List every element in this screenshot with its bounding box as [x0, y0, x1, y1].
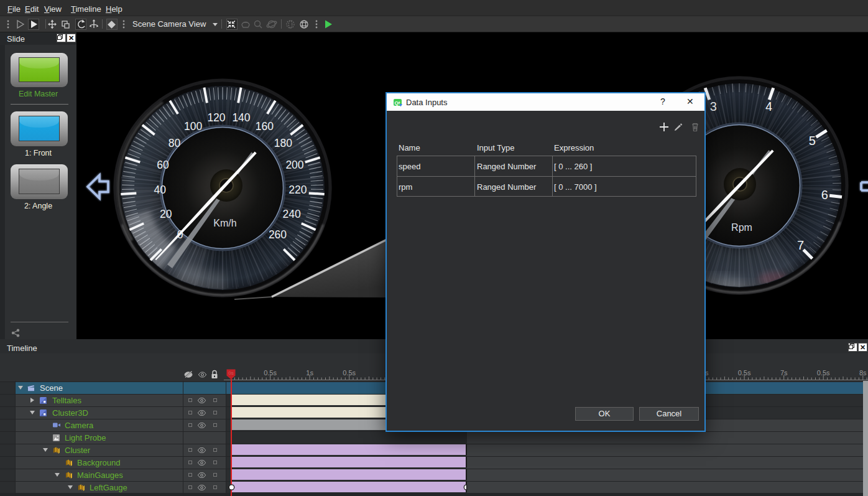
svg-text:Qt: Qt — [395, 100, 400, 106]
svg-text:20: 20 — [160, 208, 172, 220]
svg-text:220: 220 — [289, 184, 307, 196]
svg-text:140: 140 — [232, 111, 250, 124]
svg-text:180: 180 — [274, 137, 292, 149]
svg-text:Km/h: Km/h — [213, 218, 236, 228]
svg-text:7: 7 — [797, 238, 804, 252]
svg-text:80: 80 — [169, 137, 181, 149]
svg-text:6: 6 — [821, 188, 828, 202]
svg-text:3: 3 — [710, 100, 717, 113]
svg-text:0s: 0s — [228, 370, 233, 376]
svg-text:120: 120 — [207, 111, 225, 124]
svg-text:Rpm: Rpm — [731, 222, 752, 233]
svg-text:260: 260 — [269, 228, 287, 241]
svg-text:5: 5 — [809, 134, 816, 147]
svg-text:60: 60 — [157, 159, 169, 171]
svg-text:240: 240 — [283, 208, 301, 220]
svg-text:200: 200 — [285, 159, 303, 171]
svg-text:160: 160 — [256, 120, 274, 133]
svg-text:100: 100 — [184, 120, 202, 133]
svg-text:4: 4 — [765, 100, 772, 113]
svg-text:40: 40 — [154, 184, 166, 196]
